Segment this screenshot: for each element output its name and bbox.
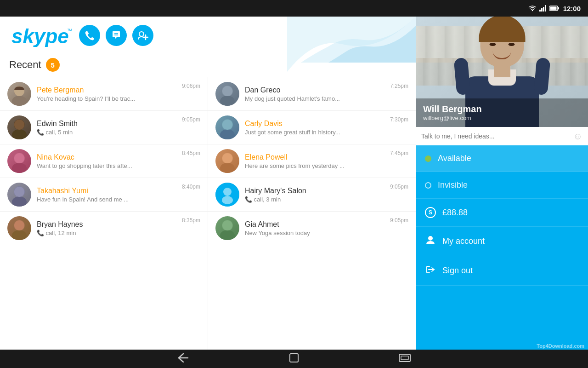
contact-takahashi-info: Takahashi Yumi Have fun in Spain! And se… (37, 187, 176, 203)
contact-edwin-preview: 📞 call, 5 min (37, 129, 176, 136)
contact-gia-time: 9:05pm (390, 217, 408, 224)
profile-email: willberg@live.com (423, 115, 581, 121)
main-area: skype ™ (0, 17, 588, 350)
invisible-label: Invisible (438, 180, 468, 190)
svg-rect-3 (545, 5, 546, 12)
svg-rect-0 (539, 10, 541, 12)
contact-takahashi-name: Takahashi Yumi (37, 187, 176, 195)
svg-point-43 (222, 220, 232, 230)
battery-icon (549, 6, 560, 11)
mood-input[interactable] (421, 129, 570, 144)
left-panel: skype ™ (0, 17, 416, 350)
svg-point-22 (14, 153, 24, 163)
phone-icon (85, 30, 95, 40)
avatar-hairy (215, 183, 239, 207)
contact-nina-preview: Want to go shopping later this afte... (37, 162, 176, 169)
wifi-icon (528, 5, 537, 12)
svg-rect-49 (401, 356, 408, 360)
contact-edwin-name: Edwin Smith (37, 120, 176, 128)
contact-elena-preview: Here are some pics from yesterday ... (245, 162, 384, 169)
svg-point-37 (222, 153, 232, 163)
status-icons (528, 5, 560, 12)
contact-elena-time: 7:45pm (390, 150, 408, 156)
home-icon (289, 353, 299, 363)
profile-name: Will Bergman (423, 104, 581, 115)
invisible-dot (425, 182, 431, 189)
contact-carly-time: 7:30pm (390, 116, 408, 123)
credit-item[interactable]: S £88.88 (416, 199, 588, 227)
credit-amount: £88.88 (442, 208, 468, 218)
wave-decoration (287, 17, 416, 76)
sign-out-item[interactable]: Sign out (416, 256, 588, 286)
back-icon (177, 353, 190, 363)
contact-takahashi-time: 8:40pm (182, 184, 200, 190)
svg-point-39 (223, 188, 232, 196)
contact-pete[interactable]: Pete Bergman You're heading to Spain? I'… (0, 77, 208, 111)
contact-hairy[interactable]: Hairy Mary's Salon 📞 call, 3 min 9:05pm (208, 178, 416, 212)
sign-out-icon (425, 264, 436, 277)
contact-bryan-preview: 📞 call, 12 min (37, 230, 176, 236)
contact-nina[interactable]: Nina Kovac Want to go shopping later thi… (0, 144, 208, 178)
svg-point-40 (222, 196, 233, 204)
contact-takahashi[interactable]: Takahashi Yumi Have fun in Spain! And se… (0, 178, 208, 212)
recent-label: Recent (9, 59, 41, 71)
smiley-icon: ☺ (573, 131, 582, 142)
svg-point-28 (14, 220, 24, 230)
available-dot (425, 155, 431, 162)
svg-point-33 (220, 129, 235, 139)
svg-point-44 (428, 236, 433, 241)
svg-point-31 (222, 86, 232, 96)
contact-edwin-time: 9:05pm (182, 116, 200, 123)
status-invisible[interactable]: Invisible (416, 172, 588, 199)
contact-hairy-name: Hairy Mary's Salon (245, 187, 384, 195)
svg-rect-5 (558, 7, 559, 10)
my-account-item[interactable]: My account (416, 227, 588, 256)
contact-elena-info: Elena Powell Here are some pics from yes… (245, 153, 384, 169)
contact-gia[interactable]: Gia Ahmet New Yoga session today 9:05pm (208, 212, 416, 245)
avatar-edwin (7, 115, 31, 139)
right-contact-column: Dan Greco My dog just quoted Hamlet's fa… (208, 77, 416, 350)
contact-list: Pete Bergman You're heading to Spain? I'… (0, 77, 416, 350)
contact-elena[interactable]: Elena Powell Here are some pics from yes… (208, 144, 416, 178)
recents-button[interactable] (395, 351, 415, 367)
contact-carly-name: Carly Davis (245, 120, 384, 128)
svg-point-42 (220, 230, 235, 240)
chat-button[interactable] (106, 25, 127, 46)
contact-edwin[interactable]: Edwin Smith 📞 call, 5 min 9:05pm (0, 111, 208, 144)
contact-pete-preview: You're heading to Spain? I'll be trac... (37, 95, 176, 102)
contact-carly[interactable]: Carly Davis Just got some great stuff in… (208, 111, 416, 144)
contact-takahashi-preview: Have fun in Spain! And send me ... (37, 196, 176, 203)
contact-nina-time: 8:45pm (182, 150, 200, 156)
contact-nina-info: Nina Kovac Want to go shopping later thi… (37, 153, 176, 169)
svg-point-25 (14, 187, 24, 197)
home-button[interactable] (285, 351, 303, 367)
contact-pete-info: Pete Bergman You're heading to Spain? I'… (37, 86, 176, 102)
svg-rect-6 (550, 7, 556, 10)
bottom-nav (0, 350, 588, 368)
back-button[interactable] (173, 351, 193, 367)
contact-gia-preview: New Yoga session today (245, 230, 384, 236)
recents-icon (398, 353, 411, 363)
available-label: Available (438, 154, 471, 163)
avatar-bryan (7, 216, 31, 240)
sign-out-label: Sign out (442, 266, 473, 276)
svg-text:skype: skype (11, 25, 69, 47)
svg-point-27 (12, 230, 27, 240)
contact-bryan-info: Bryan Haynes 📞 call, 12 min (37, 220, 176, 236)
profile-overlay: Will Bergman willberg@live.com (416, 98, 588, 127)
svg-rect-1 (541, 8, 543, 12)
call-button[interactable] (79, 25, 100, 46)
add-contact-button[interactable] (132, 25, 153, 46)
status-available[interactable]: Available (416, 145, 588, 172)
skype-logo-svg: skype ™ (9, 24, 74, 47)
add-contact-icon (137, 30, 148, 40)
svg-point-15 (12, 96, 27, 106)
svg-point-21 (12, 163, 27, 173)
right-panel: Will Bergman willberg@live.com ☺ Availab… (416, 17, 588, 350)
contact-bryan-time: 8:35pm (182, 217, 200, 224)
svg-point-36 (220, 163, 235, 173)
contact-bryan[interactable]: Bryan Haynes 📞 call, 12 min 8:35pm (0, 212, 208, 245)
skype-logo: skype ™ (9, 24, 74, 47)
profile-area: Will Bergman willberg@live.com (416, 17, 588, 127)
contact-dan[interactable]: Dan Greco My dog just quoted Hamlet's fa… (208, 77, 416, 111)
